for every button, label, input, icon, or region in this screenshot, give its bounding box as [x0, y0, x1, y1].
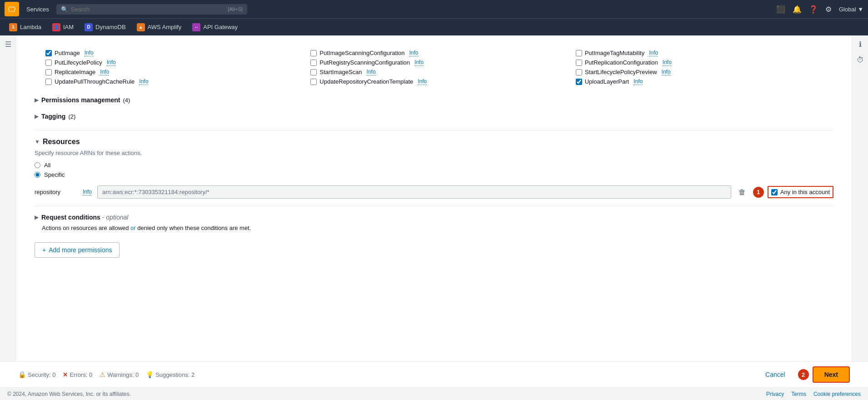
suggestions-label: Suggestions: 2: [155, 371, 195, 378]
errors-label: Errors: 0: [70, 371, 92, 378]
startimagescan-label: StartImageScan: [319, 69, 362, 75]
putregistryscanningconfiguration-info-link[interactable]: Info: [414, 59, 424, 66]
tagging-title: Tagging: [41, 113, 65, 120]
conditions-chevron: ▶: [35, 214, 39, 220]
amplify-icon: ▲: [137, 23, 145, 31]
putreplicationconfiguration-checkbox[interactable]: [576, 60, 582, 66]
help-icon[interactable]: ❓: [809, 5, 818, 14]
repository-info-link[interactable]: Info: [83, 189, 92, 195]
tab-api-gateway[interactable]: ↔ API Gateway: [188, 21, 242, 33]
delete-repository-button[interactable]: 🗑: [737, 186, 748, 198]
replicateimage-checkbox[interactable]: [45, 69, 52, 75]
footer-terms-link[interactable]: Terms: [791, 391, 806, 397]
security-label: Security: 0: [28, 371, 55, 378]
putimagetagmutability-checkbox[interactable]: [576, 50, 582, 56]
putimage-info-link[interactable]: Info: [85, 50, 94, 56]
tagging-count: (2): [68, 113, 75, 120]
permissions-col2: PutImageScanningConfiguration Info PutRe…: [310, 48, 568, 86]
any-in-account-checkbox[interactable]: [771, 189, 778, 195]
add-permissions-label: Add more permissions: [49, 246, 112, 254]
permissions-col1: PutImage Info PutLifecyclePolicy Info Re…: [45, 48, 303, 86]
permissions-management-section: ▶ Permissions management (4): [35, 94, 833, 106]
permissions-management-header[interactable]: ▶ Permissions management (4): [35, 94, 833, 106]
updaterepositorycreationtemplate-label: UpdateRepositoryCreationTemplate: [319, 78, 413, 85]
tagging-chevron: ▶: [35, 113, 39, 120]
hamburger-icon[interactable]: ☰: [5, 40, 11, 49]
search-icon: 🔍: [61, 6, 68, 13]
tab-aws-amplify[interactable]: ▲ AWS Amplify: [132, 21, 186, 33]
permission-replicateimage: ReplicateImage Info: [45, 67, 303, 77]
updatepullthroughcacherule-checkbox[interactable]: [45, 79, 52, 85]
service-tabs-bar: λ Lambda 👤 IAM D DynamoDB ▲ AWS Amplify …: [0, 18, 868, 35]
permission-startlifecyclepolicypreview: StartLifecyclePolicyPreview Info: [576, 67, 833, 77]
tab-iam-label: IAM: [63, 24, 74, 30]
putimage-label: PutImage: [55, 50, 80, 56]
footer-privacy-link[interactable]: Privacy: [766, 391, 784, 397]
radio-specific[interactable]: [35, 172, 40, 178]
tab-lambda[interactable]: λ Lambda: [5, 21, 46, 33]
region-selector[interactable]: Global ▼: [839, 6, 863, 13]
errors-icon: ✕: [63, 371, 68, 378]
conditions-description: Actions on resources are allowed or deni…: [35, 225, 833, 231]
startimagescan-info-link[interactable]: Info: [367, 69, 376, 75]
add-more-permissions-button[interactable]: + Add more permissions: [35, 242, 120, 258]
services-menu-button[interactable]: Services: [23, 4, 53, 15]
putregistryscanningconfiguration-label: PutRegistryScanningConfiguration: [319, 59, 410, 66]
settings-icon[interactable]: ⚙: [825, 5, 832, 14]
uploadlayerpart-checkbox[interactable]: [576, 79, 582, 85]
replicateimage-info-link[interactable]: Info: [100, 69, 109, 75]
startimagescan-checkbox[interactable]: [310, 69, 317, 75]
putregistryscanningconfiguration-checkbox[interactable]: [310, 60, 317, 66]
right-sidebar: ℹ ⏱: [852, 35, 868, 400]
radio-all[interactable]: [35, 162, 40, 168]
uploadlayerpart-label: UploadLayerPart: [585, 78, 629, 85]
warnings-status: ⚠ Warnings: 0: [100, 371, 139, 378]
footer-cookie-link[interactable]: Cookie preferences: [813, 391, 861, 397]
updaterepositorycreationtemplate-checkbox[interactable]: [310, 79, 317, 85]
putimagescanningconfiguration-info-link[interactable]: Info: [409, 50, 419, 56]
updatepullthroughcacherule-info-link[interactable]: Info: [139, 78, 148, 85]
notifications-icon[interactable]: 🔔: [793, 5, 802, 14]
uploadlayerpart-info-link[interactable]: Info: [634, 78, 643, 85]
search-input[interactable]: [71, 6, 207, 13]
radio-all-option[interactable]: All: [35, 162, 833, 169]
resources-chevron[interactable]: ▼: [35, 139, 40, 145]
startlifecyclepolicypreview-info-link[interactable]: Info: [662, 69, 671, 75]
cancel-button[interactable]: Cancel: [758, 367, 793, 382]
permissions-grid: PutImage Info PutLifecyclePolicy Info Re…: [35, 45, 833, 90]
putreplicationconfiguration-info-link[interactable]: Info: [663, 59, 672, 66]
settings-panel-icon[interactable]: ⏱: [857, 56, 864, 64]
request-conditions-section: ▶ Request conditions - optional Actions …: [35, 206, 833, 231]
updaterepositorycreationtemplate-info-link[interactable]: Info: [418, 78, 427, 85]
search-bar: 🔍 [Alt+S]: [56, 4, 247, 15]
main-content-area: PutImage Info PutLifecyclePolicy Info Re…: [16, 35, 852, 400]
or-link[interactable]: or: [130, 225, 136, 231]
permission-startimagescan: StartImageScan Info: [310, 67, 568, 77]
radio-specific-option[interactable]: Specific: [35, 171, 833, 178]
info-panel-icon[interactable]: ℹ: [859, 40, 862, 49]
permission-putimagetagmutability: PutImageTagMutability Info: [576, 48, 833, 58]
startlifecyclepolicypreview-checkbox[interactable]: [576, 69, 582, 75]
tagging-header[interactable]: ▶ Tagging (2): [35, 110, 833, 123]
putimagetagmutability-info-link[interactable]: Info: [649, 50, 658, 56]
radio-all-label: All: [44, 162, 50, 169]
conditions-header[interactable]: ▶ Request conditions - optional: [35, 214, 833, 221]
repository-arn-input[interactable]: [97, 185, 731, 199]
dynamo-icon: D: [85, 23, 93, 31]
cloudshell-icon[interactable]: ⬛: [776, 5, 785, 14]
next-button[interactable]: Next: [813, 366, 850, 383]
bottom-status-bar: 🔒 Security: 0 ✕ Errors: 0 ⚠ Warnings: 0 …: [0, 361, 868, 387]
conditions-optional-label: - optional: [102, 214, 129, 221]
tab-dynamodb[interactable]: D DynamoDB: [80, 21, 130, 33]
updatepullthroughcacherule-label: UpdatePullThroughCacheRule: [55, 78, 135, 85]
permission-putlifecyclepolicy: PutLifecyclePolicy Info: [45, 58, 303, 67]
putlifecyclepolicy-info-link[interactable]: Info: [107, 59, 116, 66]
putlifecyclepolicy-checkbox[interactable]: [45, 60, 52, 66]
putimage-checkbox[interactable]: [45, 50, 52, 56]
permissions-management-count: (4): [123, 97, 130, 104]
aws-logo[interactable]: [5, 2, 19, 16]
putimagescanningconfiguration-checkbox[interactable]: [310, 50, 317, 56]
bottom-actions: Cancel 2 Next: [758, 366, 850, 383]
repository-label: repository: [35, 189, 75, 195]
tab-iam[interactable]: 👤 IAM: [48, 21, 78, 33]
